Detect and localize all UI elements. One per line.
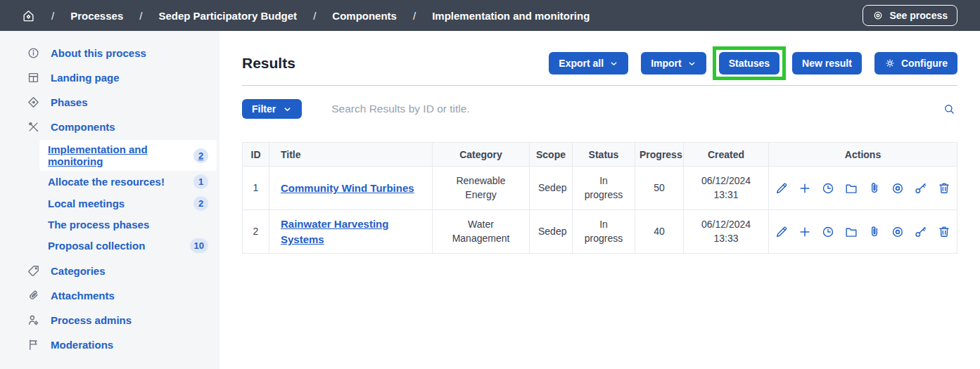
attachments-action-button[interactable] [867, 225, 882, 239]
results-header: Results Export all Import Statuses [242, 52, 957, 75]
folder-icon [844, 181, 858, 195]
paperclip-icon [867, 225, 882, 239]
sidebar-item-process-admins[interactable]: Process admins [0, 308, 219, 332]
statuses-label: Statuses [729, 58, 770, 69]
result-id: 2 [243, 210, 269, 254]
folder-action-button[interactable] [844, 181, 858, 195]
sidebar-item-label: Phases [51, 96, 88, 108]
subnav-item-label: Local meetings [48, 198, 125, 209]
subnav-item-label: Allocate the resources! [48, 176, 165, 188]
sidebar-item-phases[interactable]: Phases [0, 90, 219, 115]
clock-icon [821, 181, 835, 195]
new-result-button[interactable]: New result [792, 52, 862, 75]
filter-label: Filter [252, 103, 276, 115]
user-gear-icon [27, 313, 40, 327]
permissions-action-button[interactable] [914, 225, 928, 239]
result-status: In progress [573, 167, 635, 210]
filter-row: Filter [242, 99, 957, 119]
result-category: Renewable Energy [433, 167, 530, 210]
chevron-down-icon [283, 105, 292, 114]
main-layout: About this process Landing page Phases [0, 31, 980, 369]
sidebar-item-label: Moderations [51, 339, 113, 351]
permissions-action-button[interactable] [914, 181, 928, 195]
components-subnav: Implementation and monitoring 2 Allocate… [39, 140, 217, 257]
result-scope: Sedep [530, 167, 573, 210]
statuses-button[interactable]: Statuses [719, 52, 779, 75]
column-header-created: Created [684, 143, 769, 167]
column-header-scope: Scope [530, 143, 573, 167]
result-title-link[interactable]: Rainwater Harvesting Systems [281, 218, 388, 245]
result-created: 06/12/2024 13:31 [684, 167, 769, 210]
sidebar-item-landing-page[interactable]: Landing page [0, 65, 219, 90]
sidebar-item-about[interactable]: About this process [0, 41, 219, 65]
folder-action-button[interactable] [844, 225, 858, 239]
breadcrumb-separator: / [51, 10, 54, 22]
pencil-icon [775, 225, 789, 239]
admin-home-link[interactable] [22, 9, 35, 22]
sidebar-item-label: Components [51, 121, 115, 133]
plus-icon [798, 181, 812, 195]
breadcrumb-current-component[interactable]: Implementation and monitoring [432, 10, 590, 22]
sidebar-item-components[interactable]: Components [0, 115, 219, 139]
paperclip-icon [867, 181, 882, 195]
sidebar-item-attachments[interactable]: Attachments [0, 283, 219, 308]
filter-button[interactable]: Filter [242, 99, 302, 119]
eye-icon [891, 181, 905, 195]
home-gear-icon [22, 9, 35, 22]
subnav-item-the-process-phases[interactable]: The process phases [39, 214, 217, 235]
subnav-item-label: Implementation and monitoring [48, 143, 193, 167]
gear-icon [884, 58, 896, 69]
add-action-button[interactable] [798, 225, 812, 239]
edit-action-button[interactable] [775, 225, 789, 239]
subnav-item-implementation-and-monitoring[interactable]: Implementation and monitoring 2 [39, 140, 217, 171]
layout-icon [27, 71, 40, 84]
decidim-admin-page: / Processes / Sedep Participatory Budget… [0, 0, 980, 369]
milestone-icon [27, 96, 40, 109]
result-category: Water Management [433, 210, 530, 254]
search-input[interactable] [330, 102, 941, 116]
breadcrumb-process-name[interactable]: Sedep Participatory Budget [158, 10, 297, 22]
preview-action-button[interactable] [891, 225, 905, 239]
subnav-item-label: Proposal collection [48, 240, 145, 252]
eye-icon [891, 225, 905, 239]
plus-icon [798, 225, 812, 239]
subnav-item-proposal-collection[interactable]: Proposal collection 10 [39, 235, 217, 257]
breadcrumb-separator: / [139, 10, 142, 22]
subnav-item-local-meetings[interactable]: Local meetings 2 [39, 193, 217, 214]
sidebar-item-moderations[interactable]: Moderations [0, 332, 219, 357]
add-action-button[interactable] [798, 181, 812, 195]
breadcrumb-processes[interactable]: Processes [70, 10, 123, 22]
breadcrumb-components[interactable]: Components [332, 10, 397, 22]
breadcrumb-separator: / [413, 10, 416, 22]
history-action-button[interactable] [821, 181, 835, 195]
row-actions [777, 225, 948, 239]
history-action-button[interactable] [821, 225, 835, 239]
folder-icon [844, 225, 858, 239]
result-title-link[interactable]: Community Wind Turbines [281, 182, 414, 194]
delete-action-button[interactable] [937, 225, 951, 239]
results-panel: Results Export all Import Statuses [219, 31, 980, 369]
column-header-progress: Progress [635, 143, 684, 167]
row-actions [777, 181, 948, 195]
preview-action-button[interactable] [891, 181, 905, 195]
sidebar-item-categories[interactable]: Categories [0, 259, 219, 283]
tools-icon [27, 120, 40, 134]
subnav-item-allocate-the-resources[interactable]: Allocate the resources! 1 [39, 171, 217, 193]
search-button[interactable] [941, 101, 957, 117]
import-button[interactable]: Import [641, 52, 706, 75]
delete-action-button[interactable] [937, 181, 951, 195]
trash-icon [937, 225, 951, 239]
export-all-button[interactable]: Export all [549, 52, 628, 75]
configure-button[interactable]: Configure [874, 52, 957, 75]
column-header-title: Title [269, 143, 433, 167]
sidebar-item-label: Landing page [51, 72, 120, 84]
import-label: Import [651, 58, 682, 69]
column-header-category: Category [433, 143, 530, 167]
edit-action-button[interactable] [775, 181, 789, 195]
attachments-action-button[interactable] [867, 181, 882, 195]
count-badge: 10 [190, 238, 208, 253]
see-process-button[interactable]: See process [863, 5, 958, 26]
result-progress: 50 [635, 167, 684, 210]
eye-icon [872, 10, 884, 21]
chevron-down-icon [609, 59, 618, 68]
